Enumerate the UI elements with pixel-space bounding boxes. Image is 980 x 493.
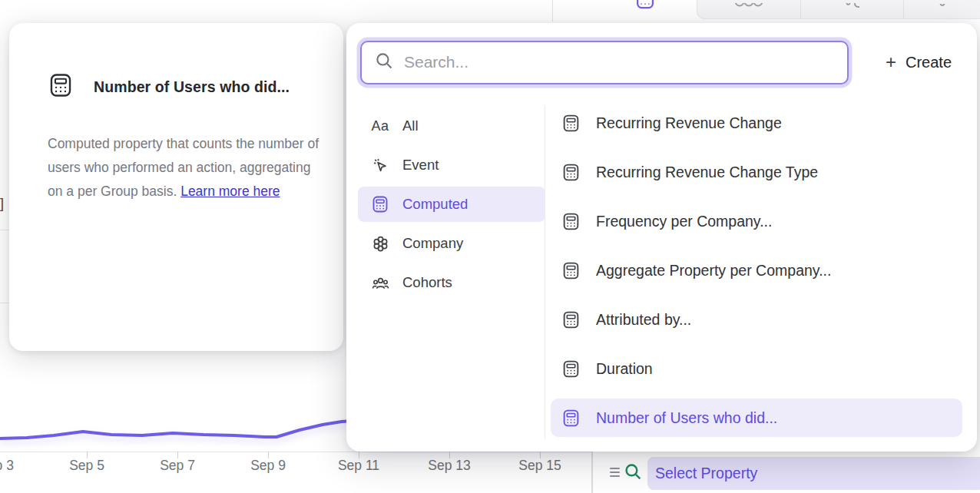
panel-divider — [545, 106, 545, 439]
flow-icon — [837, 0, 868, 8]
calculator-icon — [370, 195, 390, 213]
inactive-tabs — [697, 0, 980, 19]
property-item[interactable]: Frequency per Company... — [551, 202, 962, 240]
x-axis-label: Sep 3 — [0, 458, 14, 474]
category-label: All — [402, 117, 419, 134]
property-label: Recurring Revenue Change Type — [596, 164, 818, 181]
property-list: Recurring Revenue Change Recurring Reven… — [551, 104, 962, 448]
tab-computed-active[interactable] — [553, 0, 697, 22]
calculator-icon — [561, 163, 581, 182]
select-property-pill[interactable]: Select Property — [647, 457, 980, 490]
property-label: Frequency per Company... — [596, 213, 772, 230]
tab-dots[interactable] — [697, 0, 800, 18]
search-icon — [375, 51, 394, 74]
top-tab-strip — [552, 0, 980, 22]
category-item-computed[interactable]: Computed — [358, 187, 545, 222]
calculator-icon — [561, 261, 581, 280]
category-item-company[interactable]: Company — [358, 226, 545, 261]
category-list: Aa All Event — [358, 108, 545, 304]
tab-flows[interactable] — [800, 0, 903, 18]
tab-marker[interactable] — [903, 0, 980, 18]
plus-icon: + — [886, 53, 896, 71]
tooltip-description: Computed property that counts the number… — [48, 132, 327, 203]
cursor-sparkle-icon — [370, 156, 390, 174]
property-label: Recurring Revenue Change — [596, 114, 782, 132]
x-axis-label: Sep 9 — [250, 458, 286, 474]
marker-icon — [927, 0, 958, 8]
calculator-icon — [561, 359, 581, 379]
trend-chart — [0, 415, 355, 453]
calculator-icon — [561, 212, 581, 231]
property-label: Number of Users who did... — [596, 409, 777, 427]
property-label: Duration — [596, 360, 653, 378]
column-divider — [591, 452, 593, 493]
select-property-row[interactable]: Select Property — [605, 455, 980, 493]
property-tooltip-card: Number of Users who did... Computed prop… — [9, 23, 343, 351]
learn-more-link[interactable]: Learn more here — [180, 184, 280, 199]
category-item-all[interactable]: Aa All — [358, 108, 545, 144]
category-label: Cohorts — [402, 274, 452, 291]
x-axis-label: Sep 5 — [69, 458, 104, 474]
category-item-event[interactable]: Event — [358, 147, 545, 183]
text-aa-icon: Aa — [370, 118, 390, 134]
create-button-label: Create — [906, 54, 952, 71]
x-axis-label: Sep 15 — [518, 458, 561, 474]
category-label: Company — [402, 235, 463, 252]
category-item-cohorts[interactable]: Cohorts — [358, 265, 545, 300]
x-axis-label: Sep 13 — [428, 458, 470, 474]
x-axis-label: Sep 11 — [338, 458, 379, 474]
tooltip-title: Number of Users who did... — [94, 78, 290, 96]
category-label: Computed — [402, 196, 468, 213]
property-item[interactable]: Aggregate Property per Company... — [551, 251, 962, 290]
property-label: Aggregate Property per Company... — [596, 262, 831, 280]
calculator-icon — [48, 72, 74, 101]
property-picker-panel: + Create Aa All Event — [346, 23, 977, 452]
property-item[interactable]: Recurring Revenue Change — [551, 104, 962, 142]
search-box[interactable] — [360, 41, 849, 84]
property-label: Attributed by... — [596, 311, 691, 329]
calculator-icon — [561, 409, 581, 428]
create-button[interactable]: + Create — [886, 53, 952, 71]
property-item[interactable]: Recurring Revenue Change Type — [551, 153, 962, 191]
calculator-icon — [634, 0, 657, 10]
property-item[interactable]: Attributed by... — [551, 300, 962, 339]
divider-fragment — [0, 303, 9, 303]
drag-handle-icon[interactable] — [610, 468, 620, 477]
x-axis-label: Sep 7 — [160, 458, 195, 474]
property-item-selected[interactable]: Number of Users who did... — [551, 399, 962, 437]
search-icon-green — [624, 462, 643, 485]
calculator-icon — [561, 114, 581, 133]
property-item[interactable]: Duration — [551, 349, 962, 388]
search-input[interactable] — [404, 53, 834, 71]
people-icon — [370, 273, 390, 293]
trend-line — [0, 421, 353, 438]
app-stage: ] Sep 3 Sep 5 Sep 7 Sep 9 Sep 11 Sep 13 … — [0, 0, 980, 493]
clipped-text-fragment: ] — [0, 196, 4, 212]
x-axis-line — [0, 452, 591, 452]
divider-fragment — [0, 230, 9, 230]
dots-icon — [733, 0, 764, 8]
calculator-icon — [561, 310, 581, 329]
category-label: Event — [402, 157, 439, 174]
company-cluster-icon — [370, 234, 390, 253]
